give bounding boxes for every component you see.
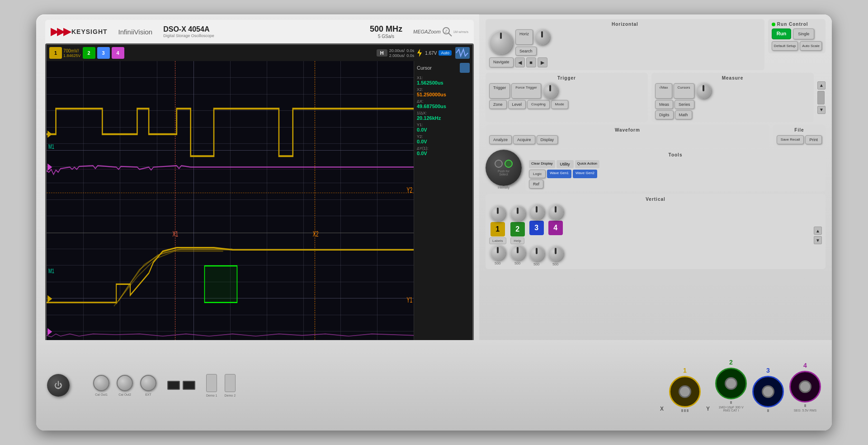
horizontal-knob[interactable] <box>489 31 513 54</box>
horiz-zoom-knob[interactable] <box>534 29 550 45</box>
ch3-scale-knob[interactable] <box>529 204 544 220</box>
ch2-ground-pins <box>730 401 732 404</box>
cursor-icon-btn[interactable] <box>460 63 470 73</box>
time-offsets: 0.0s 0.0s <box>406 48 414 58</box>
nav-next-btn[interactable]: ▶ <box>538 57 547 67</box>
ch2-pin <box>730 401 732 404</box>
ext-trig-group: EXT <box>140 375 156 396</box>
demo1-port[interactable] <box>206 374 217 392</box>
h-button[interactable]: H <box>377 49 387 57</box>
horiz-btn[interactable]: Horiz <box>515 29 533 45</box>
trigger-measure-row: Trigger Trigger Force Trigger Zone Level… <box>486 73 826 122</box>
mode-btn[interactable]: Mode <box>551 100 568 109</box>
ch2-pos-knob[interactable] <box>510 245 525 260</box>
cal-out2-connector[interactable] <box>117 375 133 391</box>
ch4-vertical-btn[interactable]: 4 <box>548 221 563 235</box>
auto-scale-btn[interactable]: Auto Scale <box>800 41 822 51</box>
math-btn[interactable]: Math <box>675 110 692 119</box>
navigate-btn[interactable]: Navigate <box>489 57 514 67</box>
ch2-scale-knob[interactable] <box>510 206 525 221</box>
analyze-btn[interactable]: Analyze <box>489 135 512 144</box>
tools-title: Tools <box>529 152 822 157</box>
usb1-port[interactable] <box>167 381 180 390</box>
logic-btn[interactable]: Logic <box>529 170 546 178</box>
horizontal-controls: Horiz Search <box>489 29 761 56</box>
run-control-header: Run Control <box>772 22 822 27</box>
push-select-wrap: Push forSelect Intensity <box>486 150 522 191</box>
ch3-pos-knob[interactable] <box>529 246 544 261</box>
ch1-pos-knob[interactable] <box>490 245 505 260</box>
quick-action-btn[interactable]: Quick Action <box>575 160 599 168</box>
wave-gen2-btn[interactable]: Wave Gen2 <box>573 170 597 178</box>
ch1-scale-knob[interactable] <box>490 206 505 221</box>
zone-btn[interactable]: Zone <box>489 100 507 109</box>
scroll-up[interactable]: ▲ <box>817 81 826 90</box>
ch1-labels-btn[interactable]: Labels <box>489 237 506 244</box>
meas-btn[interactable]: Meas <box>655 100 673 109</box>
clear-display-btn[interactable]: Clear Display <box>529 160 555 168</box>
nav-prev-btn[interactable]: ◀ <box>515 57 525 67</box>
ch4-input-inner <box>799 380 811 393</box>
nav-stop-btn[interactable]: ■ <box>526 57 536 67</box>
cal-out1-connector[interactable] <box>93 375 109 391</box>
trigger-btn[interactable]: Trigger <box>489 83 510 99</box>
acquire-btn[interactable]: Acquire <box>513 135 535 144</box>
zoom-timebase: 2.000us/ <box>389 53 405 58</box>
cal-out1-label: Cal Out1 <box>95 393 108 396</box>
trigger-btns-row2: Zone Level Coupling Mode <box>489 100 644 109</box>
ch4-pos-knob[interactable] <box>548 246 563 261</box>
ch1-input-connector[interactable] <box>669 376 701 407</box>
wave-gen1-btn[interactable]: Wave Gen1 <box>547 170 571 178</box>
coupling-btn[interactable]: Coupling <box>527 100 550 109</box>
search-btn[interactable]: Search <box>515 47 537 56</box>
push-select-btn[interactable]: Push forSelect <box>486 150 522 186</box>
cal-out1-group: Cal Out1 <box>93 375 109 396</box>
power-btn[interactable]: ⏻ <box>47 374 70 397</box>
ext-trig-label: EXT <box>145 393 151 396</box>
top-controls-row: Horizontal Horiz Search <box>486 19 826 70</box>
ch4-input-connector[interactable] <box>789 371 821 402</box>
top-bar: ▶▶▶ KEYSIGHT InfiniiVision DSO-X 4054A D… <box>45 20 474 43</box>
ch2-vertical-btn[interactable]: 2 <box>510 222 525 237</box>
ch1-scale-val: 500 <box>495 261 500 265</box>
ch1-button[interactable]: 1 <box>49 47 62 59</box>
demo2-port[interactable] <box>225 374 236 392</box>
scroll-bar[interactable] <box>817 91 825 104</box>
save-recall-btn[interactable]: Save Recall <box>777 135 804 144</box>
y2-label: Y2: <box>417 134 470 139</box>
ext-trig-connector[interactable] <box>140 375 156 391</box>
scroll-down[interactable]: ▼ <box>817 106 826 114</box>
ch2-input-connector[interactable] <box>715 368 747 399</box>
max-btn[interactable]: √Max <box>655 83 672 99</box>
cursors-btn[interactable]: Cursors <box>674 83 694 99</box>
brand-name: KEYSIGHT <box>71 28 108 35</box>
level-btn[interactable]: Level <box>508 100 526 109</box>
usb2-port[interactable] <box>183 381 195 390</box>
measure-knob[interactable] <box>696 83 711 99</box>
ref-btn[interactable]: Ref <box>529 180 543 189</box>
logo-chevrons: ▶▶▶ <box>51 26 70 38</box>
print-btn[interactable]: Print <box>805 135 822 144</box>
series-btn[interactable]: Series <box>675 100 694 109</box>
ch3-pin <box>767 409 769 412</box>
digits-btn[interactable]: Digits <box>655 110 674 119</box>
vertical-scroll-up[interactable]: ▲ <box>814 227 822 235</box>
display-btn[interactable]: Display <box>537 135 558 144</box>
trigger-knob[interactable] <box>542 83 558 99</box>
single-btn[interactable]: Single <box>793 28 814 39</box>
ch3-vertical-btn[interactable]: 3 <box>529 221 544 235</box>
ch4-button[interactable]: 4 <box>112 47 124 59</box>
ch2-button[interactable]: 2 <box>83 47 95 59</box>
vertical-scroll-down[interactable]: ▼ <box>814 236 822 244</box>
ch1-vertical-btn[interactable]: 1 <box>491 222 505 237</box>
ch4-scale-val: 500 <box>552 262 558 266</box>
utility-btn[interactable]: Utility <box>557 160 574 168</box>
default-setup-btn[interactable]: Default Setup <box>772 41 798 51</box>
ch2-help-btn[interactable]: Help <box>510 237 524 244</box>
run-btn[interactable]: Run <box>772 28 791 39</box>
force-trigger-btn[interactable]: Force Trigger <box>511 83 541 99</box>
ch3-button[interactable]: 3 <box>97 47 110 59</box>
push-for-label: Push forSelect <box>498 170 509 176</box>
ch4-scale-knob[interactable] <box>548 204 563 220</box>
ch3-input-connector[interactable] <box>752 376 784 407</box>
